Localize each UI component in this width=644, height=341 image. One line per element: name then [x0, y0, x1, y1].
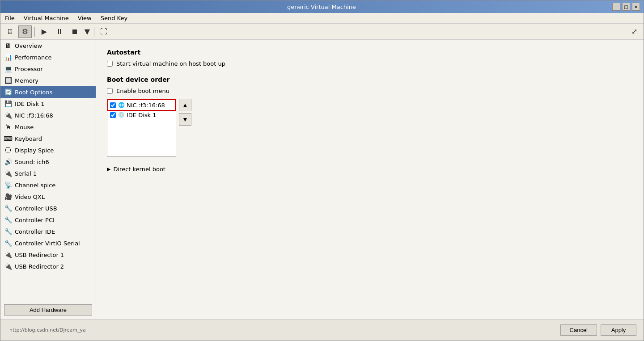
boot-order-buttons: ▲ ▼: [179, 99, 191, 126]
sidebar-item-channel-spice[interactable]: 📡 Channel spice: [0, 179, 96, 191]
sidebar-item-serial-1[interactable]: 🔌 Serial 1: [0, 168, 96, 179]
sidebar-item-controller-usb[interactable]: 🔧 Controller USB: [0, 202, 96, 214]
autostart-checkbox-row: Start virtual machine on host boot up: [107, 60, 633, 67]
mouse-icon: 🖱: [4, 123, 12, 131]
sidebar-label-usb-redirector-1: USB Redirector 1: [15, 252, 64, 258]
toolbar-separator-1: [34, 27, 35, 37]
ide-boot-checkbox[interactable]: [110, 112, 116, 118]
nic-boot-icon: 🌐: [118, 101, 125, 109]
sidebar-label-ide-disk-1: IDE Disk 1: [15, 101, 45, 107]
channel-icon: 📡: [4, 181, 12, 189]
direct-kernel-expander[interactable]: ▶ Direct kernel boot: [107, 166, 633, 173]
maximize-button[interactable]: □: [622, 3, 630, 11]
sidebar-item-video-qxl[interactable]: 🎥 Video QXL: [0, 191, 96, 202]
toolbar-dropdown-button[interactable]: ▼: [83, 25, 91, 38]
toolbar: 🖥 ⚙ ▶ ⏸ ⏹ ▼ ⛶ ⤢: [0, 24, 644, 40]
nic-boot-checkbox[interactable]: [110, 102, 116, 108]
sound-icon: 🔊: [4, 158, 12, 166]
sidebar-label-video-qxl: Video QXL: [15, 194, 45, 200]
ide-boot-icon: 💿: [118, 111, 125, 118]
expander-arrow-icon: ▶: [107, 166, 110, 172]
sidebar-label-controller-pci: Controller PCI: [15, 217, 55, 223]
toolbar-play-button[interactable]: ▶: [38, 25, 51, 38]
sidebar-item-overview[interactable]: 🖥 Overview: [0, 40, 96, 51]
enable-boot-menu-row: Enable boot menu: [107, 88, 633, 94]
autostart-section: Autostart Start virtual machine on host …: [107, 49, 633, 67]
sidebar-item-controller-virtio[interactable]: 🔧 Controller VirtIO Serial: [0, 237, 96, 249]
title-bar: generic Virtual Machine ─ □ ✕: [0, 0, 644, 13]
toolbar-resize-button[interactable]: ⤢: [627, 25, 641, 38]
controller-usb-icon: 🔧: [4, 204, 12, 212]
boot-item-ide[interactable]: 💿 IDE Disk 1: [108, 110, 175, 120]
footer: http://blog.csdn.net/Djream_ya Cancel Ap…: [0, 319, 644, 341]
add-hardware-container: Add Hardware: [0, 297, 96, 319]
sidebar-item-usb-redirector-2[interactable]: 🔌 USB Redirector 2: [0, 261, 96, 272]
memory-icon: 🔲: [4, 76, 12, 84]
sidebar-label-keyboard: Keyboard: [15, 135, 42, 142]
close-button[interactable]: ✕: [632, 3, 640, 11]
sidebar-item-performance[interactable]: 📊 Performance: [0, 51, 96, 63]
add-hardware-button[interactable]: Add Hardware: [4, 304, 92, 316]
autostart-checkbox[interactable]: [107, 61, 113, 67]
nic-icon: 🔌: [4, 111, 12, 119]
boot-order-down-button[interactable]: ▼: [179, 113, 191, 126]
main-area: 🖥 Overview 📊 Performance 💻 Processor 🔲 M…: [0, 40, 644, 319]
sidebar-item-controller-pci[interactable]: 🔧 Controller PCI: [0, 214, 96, 226]
window-controls: ─ □ ✕: [612, 3, 640, 11]
main-window: generic Virtual Machine ─ □ ✕ File Virtu…: [0, 0, 644, 341]
processor-icon: 💻: [4, 65, 12, 73]
toolbar-monitor-button[interactable]: 🖥: [3, 25, 17, 38]
sidebar-label-channel-spice: Channel spice: [15, 182, 55, 189]
minimize-button[interactable]: ─: [612, 3, 620, 11]
toolbar-pause-button[interactable]: ⏸: [53, 25, 66, 38]
sidebar-label-processor: Processor: [15, 66, 43, 72]
sidebar-item-processor[interactable]: 💻 Processor: [0, 63, 96, 75]
sidebar-label-memory: Memory: [15, 77, 38, 84]
sidebar-item-controller-ide[interactable]: 🔧 Controller IDE: [0, 226, 96, 237]
sidebar-item-display-spice[interactable]: 🖵 Display Spice: [0, 144, 96, 156]
sidebar-item-keyboard[interactable]: ⌨ Keyboard: [0, 133, 96, 144]
cancel-button[interactable]: Cancel: [560, 324, 597, 336]
down-arrow-icon: ▼: [182, 116, 188, 123]
menu-file[interactable]: File: [2, 14, 17, 22]
menubar: File Virtual Machine View Send Key: [0, 13, 644, 24]
enable-boot-menu-checkbox[interactable]: [107, 88, 113, 94]
sidebar-label-mouse: Mouse: [15, 124, 34, 131]
sidebar-label-controller-virtio: Controller VirtIO Serial: [15, 240, 80, 247]
sidebar-label-display-spice: Display Spice: [15, 147, 54, 154]
autostart-label[interactable]: Start virtual machine on host boot up: [116, 60, 225, 67]
content-area: Autostart Start virtual machine on host …: [96, 40, 644, 319]
menu-virtual-machine[interactable]: Virtual Machine: [21, 14, 72, 22]
sidebar-item-mouse[interactable]: 🖱 Mouse: [0, 121, 96, 133]
sidebar-label-performance: Performance: [15, 54, 51, 61]
ide-boot-label: IDE Disk 1: [127, 112, 157, 118]
sidebar-label-boot-options: Boot Options: [15, 89, 52, 96]
up-arrow-icon: ▲: [182, 101, 188, 109]
apply-button[interactable]: Apply: [601, 324, 636, 336]
sidebar-item-usb-redirector-1[interactable]: 🔌 USB Redirector 1: [0, 249, 96, 261]
keyboard-icon: ⌨: [4, 135, 12, 143]
enable-boot-menu-label[interactable]: Enable boot menu: [116, 88, 169, 94]
sidebar-item-boot-options[interactable]: 🔄 Boot Options: [0, 86, 96, 98]
sidebar-label-overview: Overview: [15, 42, 42, 49]
boot-list-container: 🌐 NIC :f3:16:68 💿 IDE Disk 1: [107, 99, 633, 157]
boot-options-icon: 🔄: [4, 88, 12, 96]
boot-item-nic[interactable]: 🌐 NIC :f3:16:68: [108, 100, 175, 110]
menu-send-key[interactable]: Send Key: [98, 14, 130, 22]
sidebar: 🖥 Overview 📊 Performance 💻 Processor 🔲 M…: [0, 40, 96, 319]
menu-view[interactable]: View: [75, 14, 94, 22]
sidebar-item-sound[interactable]: 🔊 Sound: ich6: [0, 156, 96, 168]
boot-order-up-button[interactable]: ▲: [179, 99, 191, 111]
sidebar-item-nic[interactable]: 🔌 NIC :f3:16:68: [0, 109, 96, 121]
toolbar-separator-2: [94, 27, 94, 37]
video-icon: 🎥: [4, 193, 12, 201]
toolbar-stop-button[interactable]: ⏹: [68, 25, 81, 38]
direct-kernel-label: Direct kernel boot: [113, 166, 165, 173]
controller-ide-icon: 🔧: [4, 227, 12, 236]
sidebar-item-memory[interactable]: 🔲 Memory: [0, 75, 96, 86]
toolbar-settings-button[interactable]: ⚙: [18, 25, 32, 38]
sidebar-item-ide-disk-1[interactable]: 💾 IDE Disk 1: [0, 98, 96, 109]
overview-icon: 🖥: [4, 42, 12, 50]
toolbar-fullscreen-button[interactable]: ⛶: [97, 25, 110, 38]
sidebar-label-controller-usb: Controller USB: [15, 205, 57, 212]
